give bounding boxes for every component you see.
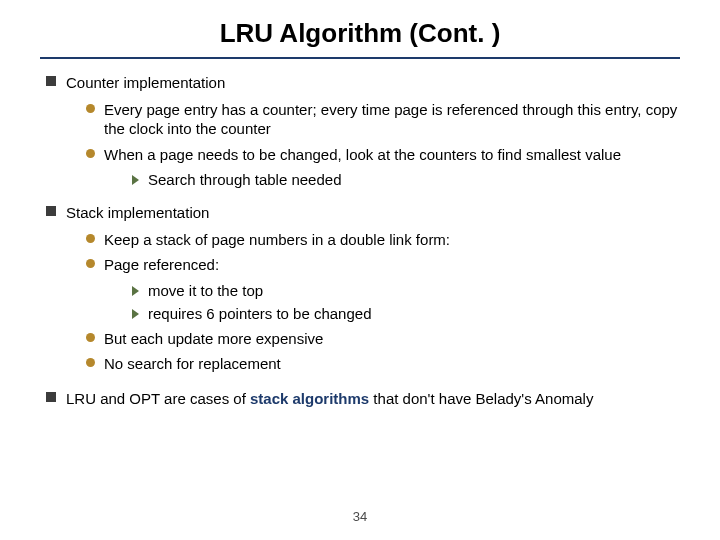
bullet-counter-impl: Counter implementation [46,73,680,92]
bullet-stack-move-top: move it to the top [132,281,680,300]
slide-title: LRU Algorithm (Cont. ) [40,18,680,49]
bullet-stack-pointers: requires 6 pointers to be changed [132,304,680,323]
bullet-stack-page-ref: Page referenced: [86,255,680,274]
title-divider [40,57,680,59]
bullet-stack-algorithms: LRU and OPT are cases of stack algorithm… [46,389,680,408]
text-bold-term: stack algorithms [250,390,369,407]
bullet-counter-every-page: Every page entry has a counter; every ti… [86,100,680,138]
bullet-stack-no-search: No search for replacement [86,354,680,373]
slide-body: Counter implementation Every page entry … [40,73,680,408]
bullet-counter-search: Search through table needed [132,170,680,189]
text-pre: LRU and OPT are cases of [66,390,250,407]
page-number: 34 [0,509,720,524]
bullet-stack-expensive: But each update more expensive [86,329,680,348]
bullet-stack-impl: Stack implementation [46,203,680,222]
bullet-stack-keep: Keep a stack of page numbers in a double… [86,230,680,249]
text-post: that don't have Belady's Anomaly [369,390,593,407]
bullet-counter-change: When a page needs to be changed, look at… [86,145,680,164]
